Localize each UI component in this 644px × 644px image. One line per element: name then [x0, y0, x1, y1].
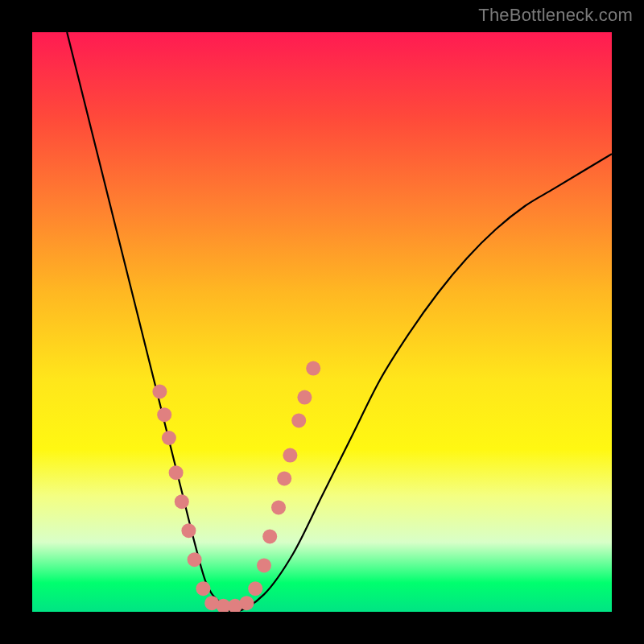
chart-container: TheBottleneck.com [0, 0, 644, 644]
data-point [162, 431, 176, 445]
data-point [152, 384, 167, 398]
chart-svg [32, 32, 612, 612]
data-point [297, 390, 312, 405]
data-point [175, 494, 189, 509]
data-point [196, 581, 210, 596]
bottleneck-curve [67, 32, 612, 612]
data-point [271, 500, 286, 514]
plot-area [32, 32, 612, 612]
data-point [262, 529, 277, 543]
data-point [157, 407, 171, 422]
data-point [277, 471, 291, 485]
data-point [291, 413, 306, 427]
data-point [188, 552, 202, 567]
data-points [152, 361, 320, 612]
bottleneck-curve-path [67, 32, 612, 612]
watermark-text: TheBottleneck.com [478, 5, 633, 26]
data-point [169, 465, 184, 480]
data-point [257, 558, 271, 572]
data-point [181, 523, 196, 538]
data-point [306, 361, 320, 376]
data-point [283, 448, 297, 463]
data-point [239, 596, 254, 610]
data-point [248, 581, 262, 596]
